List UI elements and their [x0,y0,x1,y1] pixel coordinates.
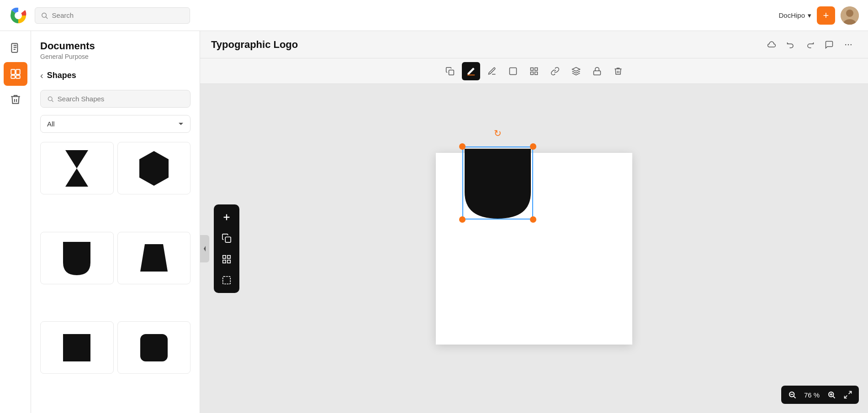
svg-rect-8 [11,69,15,74]
handle-top-left[interactable] [459,143,466,150]
layers-tool[interactable] [567,62,585,80]
svg-rect-21 [467,74,475,75]
chevron-down-icon: ▾ [808,11,811,20]
shield-shape[interactable] [462,146,533,220]
svg-line-44 [849,392,852,394]
svg-line-13 [52,100,53,101]
svg-rect-28 [594,71,601,75]
comment-icon-btn[interactable] [820,36,838,53]
svg-rect-16 [140,334,168,361]
svg-rect-34 [228,260,230,262]
shapes-search-bar[interactable] [40,90,191,108]
svg-point-5 [846,10,853,17]
svg-line-39 [794,396,795,398]
shape-cell-square[interactable] [40,321,114,374]
svg-rect-10 [11,75,15,78]
zoom-out-button[interactable] [786,388,799,401]
svg-rect-25 [535,72,538,74]
copy-paste-tool[interactable] [441,62,459,80]
panel-header: Documents General Purpose [31,31,200,65]
fill-color-tool[interactable] [462,62,480,80]
svg-rect-35 [223,260,226,262]
link-tool[interactable] [546,62,564,80]
selected-shape-wrapper[interactable]: ↻ [462,146,533,220]
floating-add-button[interactable] [217,207,237,227]
zoom-in-button[interactable] [825,388,838,401]
pen-tool[interactable] [483,62,501,80]
floating-grid-button[interactable] [217,249,237,269]
create-new-button[interactable]: + [817,6,835,25]
shapes-search-icon [47,95,54,103]
dochipo-label: DocHipo [778,11,805,19]
svg-rect-20 [449,70,454,75]
canvas-title: Typographic Logo [211,39,756,51]
svg-rect-23 [531,68,534,70]
icon-sidebar [0,31,31,413]
panel-title: Documents [40,40,191,52]
top-header: DocHipo ▾ + [0,0,868,31]
floating-duplicate-button[interactable] [217,228,237,248]
shapes-grid [31,136,200,413]
handle-bottom-right[interactable] [530,216,536,223]
floating-toolbar [214,204,239,293]
shape-cell-trapezoid[interactable] [117,232,191,284]
svg-rect-36 [223,276,231,284]
handle-top-right[interactable] [530,143,536,150]
svg-marker-14 [139,151,169,186]
shape-cell-shield-round[interactable] [40,232,114,284]
lock-tool[interactable] [588,62,606,80]
svg-rect-31 [225,237,231,242]
header-right: DocHipo ▾ + [778,6,859,25]
canvas-body[interactable]: ↻ [200,84,868,413]
svg-point-1 [15,12,22,19]
svg-rect-7 [11,43,17,52]
shape-cell-hexagon[interactable] [117,142,191,194]
svg-marker-27 [572,67,580,71]
cloud-save-icon-btn[interactable] [763,36,780,53]
undo-icon-btn[interactable] [782,36,799,53]
canvas-header: Typographic Logo [200,31,868,58]
texture-tool[interactable] [525,62,543,80]
svg-rect-9 [16,69,20,74]
shapes-section-title: Shapes [47,71,76,80]
delete-tool[interactable] [609,62,627,80]
svg-line-43 [833,396,835,398]
search-input[interactable] [52,11,184,19]
more-options-icon-btn[interactable] [840,36,857,53]
svg-point-18 [848,44,849,45]
sidebar-item-trash[interactable] [4,88,27,111]
shapes-search-input[interactable] [58,95,184,103]
shape-cell-hourglass[interactable] [40,142,114,194]
svg-rect-24 [535,68,538,70]
floating-select-button[interactable] [217,270,237,290]
shapes-filter-row: All [31,111,200,136]
collapse-panel-handle[interactable] [200,235,209,262]
svg-rect-33 [228,255,230,258]
shapes-back-button[interactable]: ‹ Shapes [31,65,200,86]
main-area: Documents General Purpose ‹ Shapes All [0,31,868,413]
svg-rect-11 [16,75,20,78]
user-avatar[interactable] [841,6,859,25]
svg-rect-15 [63,334,90,361]
svg-rect-26 [531,72,534,74]
handle-bottom-left[interactable] [459,216,466,223]
back-icon: ‹ [40,70,43,81]
rotate-handle[interactable]: ↻ [493,128,503,138]
redo-icon-btn[interactable] [801,36,819,53]
sidebar-item-documents[interactable] [4,37,27,60]
document-canvas[interactable]: ↻ [436,153,632,345]
svg-point-12 [48,97,52,101]
global-search-bar[interactable] [35,7,190,24]
sidebar-item-pages[interactable] [4,62,27,86]
canvas-area: Typographic Logo [200,31,868,413]
app-logo[interactable] [9,6,27,25]
shapes-filter-select[interactable]: All [40,115,191,133]
svg-rect-22 [510,68,517,74]
svg-line-45 [845,396,847,398]
dochipo-menu[interactable]: DocHipo ▾ [778,11,811,20]
stroke-style-tool[interactable] [504,62,522,80]
fullscreen-button[interactable] [842,388,854,401]
svg-point-17 [845,44,847,45]
zoom-controls: 76 % [781,386,859,404]
shape-cell-rounded-square[interactable] [117,321,191,374]
